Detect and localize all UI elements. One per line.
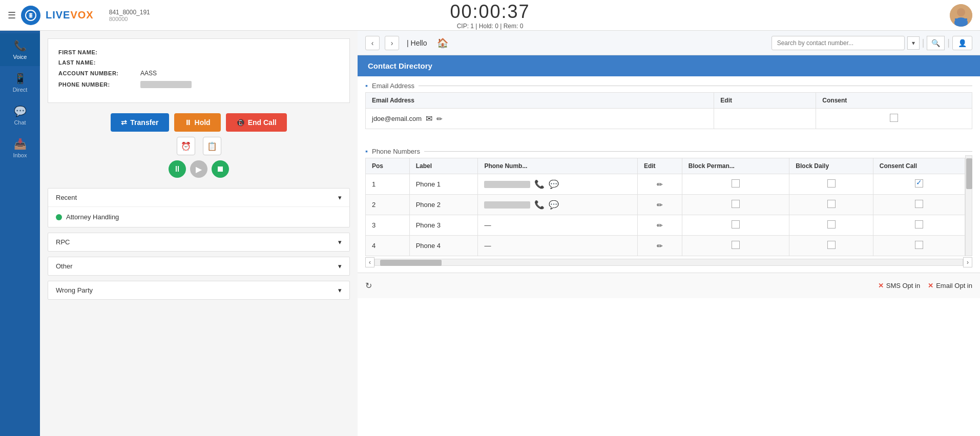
wrong-party-chevron: ▾ <box>338 286 342 294</box>
last-name-label: Last Name: <box>58 59 140 66</box>
search-input[interactable] <box>772 36 905 50</box>
phone-empty: — <box>484 242 491 250</box>
phone-number-value <box>140 81 192 88</box>
block-daily-checkbox[interactable] <box>827 220 836 229</box>
block-perm-checkbox[interactable] <box>732 220 740 229</box>
phone-table-scroll-x[interactable]: Pos Label Phone Numb... Edit Block Perma… <box>365 155 965 256</box>
block-daily-checkbox[interactable] <box>827 179 836 188</box>
sms-x-icon: ✕ <box>878 282 884 289</box>
search-container: ▾ | 🔍 | 👤 <box>772 36 972 50</box>
hold-icon: ⏸ <box>184 118 192 127</box>
end-call-button[interactable]: 📵 End Call <box>226 113 287 132</box>
email-icon[interactable]: ✉ <box>426 114 432 123</box>
transfer-button[interactable]: ⇄ Transfer <box>111 113 169 132</box>
hold-label: Hold <box>195 118 211 127</box>
h-scroll-left[interactable]: ‹ <box>365 257 374 267</box>
block-perm-cell <box>682 195 789 215</box>
consent-call-checkbox[interactable] <box>915 241 923 249</box>
block-daily-checkbox[interactable] <box>827 200 836 208</box>
rpc-section: RPC ▾ <box>48 233 350 252</box>
consent-call-cell <box>873 236 965 256</box>
sms-icon[interactable]: 💬 <box>549 200 559 210</box>
phone-table-row: 1 Phone 1 📞 💬 ✏ <box>366 174 965 195</box>
hold-button[interactable]: ⏸ Hold <box>174 113 221 132</box>
hamburger-icon[interactable]: ☰ <box>8 10 16 21</box>
consent-call-checkbox[interactable] <box>915 179 923 188</box>
main-content: 📞 Voice 📱 Direct 💬 Chat 📥 Inbox First Na… <box>0 31 980 436</box>
email-section-divider <box>419 86 972 86</box>
phone-edit-icon[interactable]: ✏ <box>657 242 663 250</box>
email-table: Email Address Edit Consent jdoe@email.co… <box>365 92 972 129</box>
email-edit-icon[interactable]: ✏ <box>436 115 443 123</box>
rpc-header[interactable]: RPC ▾ <box>48 233 349 251</box>
user-sub: 800000 <box>109 16 150 22</box>
home-button[interactable]: 🏠 <box>437 37 448 49</box>
wrong-party-label: Wrong Party <box>56 286 93 294</box>
secondary-nav: ‹ › | Hello 🏠 ▾ | 🔍 | 👤 <box>358 31 980 55</box>
search-button[interactable]: 🔍 <box>927 36 945 50</box>
stop-button[interactable]: ⏹ <box>212 160 229 178</box>
block-perm-checkbox[interactable] <box>732 179 740 188</box>
block-perm-cell <box>682 215 789 236</box>
play-button[interactable]: ▶ <box>190 160 207 178</box>
h-scrollbar[interactable] <box>374 259 963 266</box>
consent-call-checkbox[interactable] <box>915 220 923 229</box>
email-x-icon: ✕ <box>928 282 933 289</box>
block-daily-cell <box>789 174 873 195</box>
first-name-row: First Name: <box>58 49 339 55</box>
search-dropdown-button[interactable]: ▾ <box>907 36 920 50</box>
back-button[interactable]: ‹ <box>365 36 380 50</box>
call-timer-section: 00:00:37 CIP: 1 | Hold: 0 | Rem: 0 <box>450 1 530 30</box>
phone-edit-icon[interactable]: ✏ <box>657 201 663 209</box>
logo-icon <box>21 6 40 25</box>
sidebar-item-voice[interactable]: 📞 Voice <box>0 33 40 66</box>
consent-call-checkbox[interactable] <box>915 200 923 208</box>
phone-table-scroll-y[interactable]: Pos Label Phone Numb... Edit Block Perma… <box>365 155 965 256</box>
attorney-handling-item: Attorney Handling <box>56 211 342 223</box>
user-profile-button[interactable]: 👤 <box>952 36 972 50</box>
wrong-party-header[interactable]: Wrong Party ▾ <box>48 281 349 299</box>
sms-icon[interactable]: 💬 <box>549 179 559 189</box>
email-section: ▪ Email Address Email Address Edit Conse… <box>358 76 980 134</box>
notes-button[interactable]: 📋 <box>203 137 221 155</box>
voice-icon: 📞 <box>14 39 27 52</box>
end-call-label: End Call <box>248 118 277 127</box>
phone-edit-col-header: Edit <box>637 158 682 174</box>
recent-content: Attorney Handling <box>48 206 349 227</box>
phone-icon[interactable]: 📞 <box>534 200 545 210</box>
label-cell: Phone 4 <box>409 236 478 256</box>
block-perm-checkbox[interactable] <box>732 241 740 249</box>
rem-stat: Rem: 0 <box>504 23 524 30</box>
sidebar-item-direct[interactable]: 📱 Direct <box>0 66 40 99</box>
other-header[interactable]: Other ▾ <box>48 257 349 275</box>
call-extra-icons: ⏰ 📋 <box>177 137 221 155</box>
pos-cell: 4 <box>366 236 410 256</box>
scroll-indicator[interactable] <box>965 155 972 256</box>
phone-col-header: Phone Numb... <box>478 158 638 174</box>
recent-label: Recent <box>56 194 77 201</box>
block-daily-checkbox[interactable] <box>827 241 836 249</box>
phone-cell: — <box>478 236 638 256</box>
phone-edit-icon[interactable]: ✏ <box>657 221 663 230</box>
email-consent-cell <box>816 109 972 129</box>
top-bar-right <box>950 4 972 27</box>
phone-cell: 📞 💬 <box>478 195 638 215</box>
block-perm-checkbox[interactable] <box>732 200 740 208</box>
h-scroll-right[interactable]: › <box>963 257 972 267</box>
recent-header[interactable]: Recent ▾ <box>48 189 349 206</box>
logo-text: LIVEVOX <box>46 9 94 21</box>
h-scroll-container: ‹ › <box>365 257 972 267</box>
alarm-button[interactable]: ⏰ <box>177 137 195 155</box>
cip-stat: CIP: 1 <box>457 23 474 30</box>
phone-icon[interactable]: 📞 <box>534 179 545 189</box>
right-panel: ‹ › | Hello 🏠 ▾ | 🔍 | 👤 Contact Director… <box>358 31 980 436</box>
sidebar-item-inbox[interactable]: 📥 Inbox <box>0 132 40 164</box>
account-number-row: Account Number: AASS <box>58 70 339 77</box>
email-consent-checkbox[interactable] <box>890 114 898 122</box>
refresh-button[interactable]: ↻ <box>365 281 372 290</box>
call-controls: ⇄ Transfer ⏸ Hold 📵 End Call ⏰ 📋 ⏸ ▶ <box>48 108 350 183</box>
phone-edit-icon[interactable]: ✏ <box>657 180 663 189</box>
pause-button[interactable]: ⏸ <box>169 160 186 178</box>
forward-button[interactable]: › <box>385 36 399 50</box>
sidebar-item-chat[interactable]: 💬 Chat <box>0 99 40 132</box>
